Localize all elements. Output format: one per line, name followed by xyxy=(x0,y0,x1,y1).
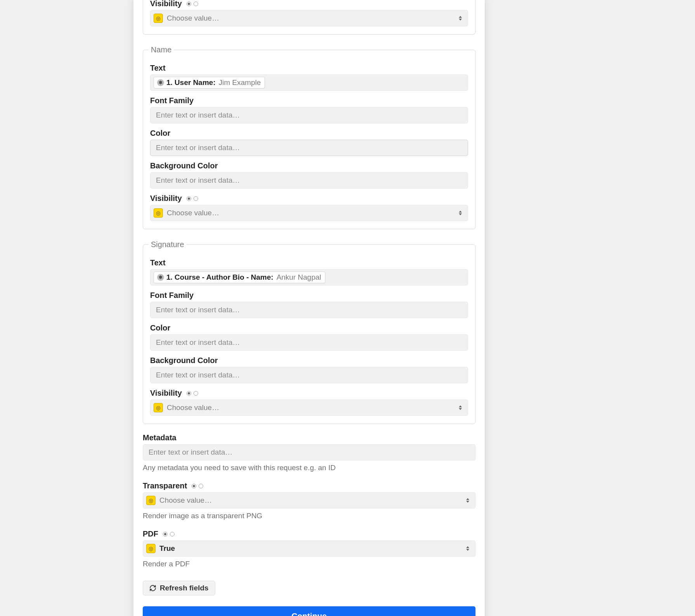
chevron-updown-icon xyxy=(458,15,463,22)
radio-option-b[interactable] xyxy=(194,196,198,201)
token-value: Ankur Nagpal xyxy=(277,273,321,282)
step-icon: ✱ xyxy=(157,79,164,86)
metadata-field: Metadata Enter text or insert data… Any … xyxy=(143,433,475,472)
metadata-helper: Any metadata you need to save with this … xyxy=(143,464,475,472)
zap-chip-icon: ◎ xyxy=(154,208,163,218)
visibility-label: Visibility xyxy=(150,0,468,8)
chevron-updown-icon xyxy=(458,404,463,411)
metadata-input[interactable]: Enter text or insert data… xyxy=(143,444,475,460)
select-placeholder: Choose value… xyxy=(167,209,219,217)
token-label: 1. User Name: xyxy=(166,78,216,87)
signature-visibility-select[interactable]: ◎ Choose value… xyxy=(150,400,468,416)
transparent-select[interactable]: ◎ Choose value… xyxy=(143,492,475,509)
select-placeholder: Choose value… xyxy=(167,403,219,412)
label-text: PDF xyxy=(143,529,158,538)
signature-text-label: Text xyxy=(150,258,468,267)
input-placeholder: Enter text or insert data… xyxy=(156,111,240,119)
data-token[interactable]: ✱ 1. Course - Author Bio - Name: Ankur N… xyxy=(154,272,325,283)
name-visibility-label: Visibility xyxy=(150,194,468,203)
name-text-input[interactable]: ✱ 1. User Name: Jim Example xyxy=(150,74,468,91)
name-text-label: Text xyxy=(150,64,468,73)
step-icon: ✱ xyxy=(157,274,164,281)
input-placeholder: Enter text or insert data… xyxy=(156,176,240,185)
label-text: Visibility xyxy=(150,194,182,203)
visibility-radio-pair[interactable] xyxy=(187,391,198,396)
signature-text-input[interactable]: ✱ 1. Course - Author Bio - Name: Ankur N… xyxy=(150,269,468,286)
pdf-select[interactable]: ◎ True xyxy=(143,540,475,557)
signature-color-label: Color xyxy=(150,324,468,332)
pdf-helper: Render a PDF xyxy=(143,560,475,568)
chevron-updown-icon xyxy=(458,209,463,216)
zap-chip-icon: ◎ xyxy=(154,14,163,23)
signature-bgcolor-input[interactable]: Enter text or insert data… xyxy=(150,367,468,383)
input-placeholder: Enter text or insert data… xyxy=(156,144,240,152)
label-text: Transparent xyxy=(143,481,187,490)
chevron-updown-icon xyxy=(465,545,470,552)
group-name-legend: Name xyxy=(149,45,174,54)
radio-option-b[interactable] xyxy=(199,484,203,488)
radio-option-b[interactable] xyxy=(194,2,198,6)
pdf-select-value: True xyxy=(159,544,175,553)
data-token[interactable]: ✱ 1. User Name: Jim Example xyxy=(154,77,265,88)
metadata-label: Metadata xyxy=(143,433,475,442)
transparent-helper: Render image as a transparent PNG xyxy=(143,512,475,520)
signature-fontfamily-label: Font Family xyxy=(150,291,468,300)
group-signature-legend: Signature xyxy=(149,240,187,249)
radio-option-b[interactable] xyxy=(194,391,198,396)
input-placeholder: Enter text or insert data… xyxy=(156,306,240,314)
name-bgcolor-label: Background Color xyxy=(150,161,468,170)
label-text: Visibility xyxy=(150,0,182,8)
signature-fontfamily-input[interactable]: Enter text or insert data… xyxy=(150,302,468,318)
radio-option-a[interactable] xyxy=(163,532,168,536)
radio-option-a[interactable] xyxy=(187,2,191,6)
name-fontfamily-label: Font Family xyxy=(150,96,468,105)
input-placeholder: Enter text or insert data… xyxy=(156,338,240,347)
input-placeholder: Enter text or insert data… xyxy=(156,371,240,379)
group-signature: Signature Text ✱ 1. Course - Author Bio … xyxy=(143,240,475,424)
signature-visibility-label: Visibility xyxy=(150,389,468,398)
continue-button[interactable]: Continue xyxy=(143,606,475,616)
pdf-label: PDF xyxy=(143,529,475,538)
refresh-icon xyxy=(149,585,156,592)
name-color-label: Color xyxy=(150,129,468,138)
visibility-radio-pair[interactable] xyxy=(187,2,198,6)
group-name: Name Text ✱ 1. User Name: Jim Example Fo… xyxy=(143,45,475,229)
input-placeholder: Enter text or insert data… xyxy=(149,448,233,457)
token-label: 1. Course - Author Bio - Name: xyxy=(166,273,273,282)
radio-option-a[interactable] xyxy=(187,196,191,201)
radio-option-b[interactable] xyxy=(170,532,175,536)
label-text: Visibility xyxy=(150,389,182,398)
signature-color-input[interactable]: Enter text or insert data… xyxy=(150,334,468,351)
transparent-field: Transparent ◎ Choose value… Render image… xyxy=(143,481,475,520)
transparent-label: Transparent xyxy=(143,481,475,490)
visibility-radio-pair[interactable] xyxy=(187,196,198,201)
select-placeholder: Choose value… xyxy=(167,14,219,22)
signature-bgcolor-label: Background Color xyxy=(150,356,468,365)
chevron-updown-icon xyxy=(465,497,470,504)
pdf-field: PDF ◎ True Render a PDF xyxy=(143,529,475,568)
transparent-radio-pair[interactable] xyxy=(192,484,203,488)
radio-option-a[interactable] xyxy=(192,484,196,488)
name-visibility-select[interactable]: ◎ Choose value… xyxy=(150,205,468,221)
refresh-fields-button[interactable]: Refresh fields xyxy=(143,581,215,595)
refresh-label: Refresh fields xyxy=(160,584,209,592)
token-value: Jim Example xyxy=(219,78,261,87)
group-top-partial: Visibility ◎ Choose value… xyxy=(143,0,475,35)
select-placeholder: Choose value… xyxy=(159,496,212,505)
zap-chip-icon: ◎ xyxy=(146,496,156,505)
radio-option-a[interactable] xyxy=(187,391,191,396)
form-panel: Visibility ◎ Choose value… Name Text ✱ 1… xyxy=(133,0,485,616)
name-fontfamily-input[interactable]: Enter text or insert data… xyxy=(150,107,468,123)
zap-chip-icon: ◎ xyxy=(154,403,163,412)
visibility-select[interactable]: ◎ Choose value… xyxy=(150,10,468,26)
pdf-radio-pair[interactable] xyxy=(163,532,175,536)
zap-chip-icon: ◎ xyxy=(146,544,156,553)
name-color-input[interactable]: Enter text or insert data… xyxy=(150,140,468,156)
name-bgcolor-input[interactable]: Enter text or insert data… xyxy=(150,172,468,189)
